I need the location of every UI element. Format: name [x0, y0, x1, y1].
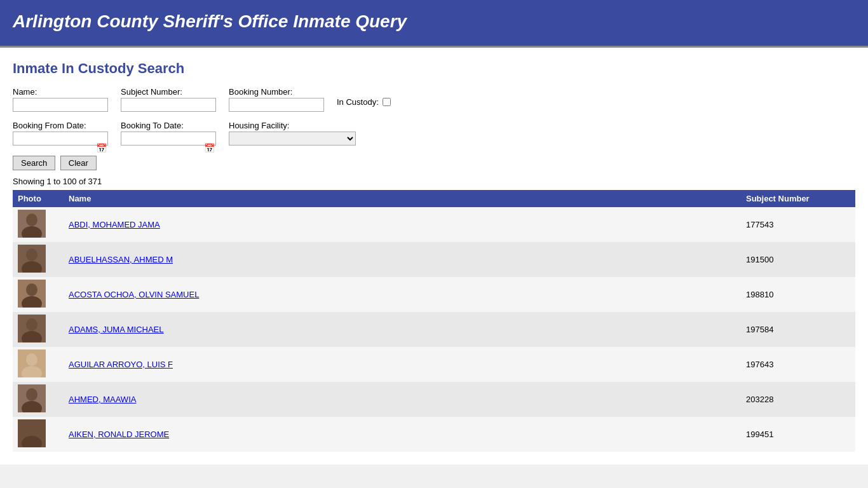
inmate-photo	[18, 419, 46, 447]
inmate-photo	[18, 280, 46, 308]
svg-point-10	[26, 318, 37, 331]
table-row: AIKEN, RONALD JEROME199451	[13, 417, 855, 452]
photo-cell	[13, 312, 64, 347]
inmate-name-cell: AIKEN, RONALD JEROME	[64, 417, 741, 452]
custody-field-group: In Custody:	[337, 87, 391, 107]
booking-input[interactable]	[229, 98, 324, 112]
results-count: Showing 1 to 100 of 371	[13, 177, 855, 186]
booking-field-group: Booking Number:	[229, 87, 324, 112]
subject-input[interactable]	[121, 98, 216, 112]
table-row: ADAMS, JUMA MICHAEL197584	[13, 312, 855, 347]
subject-label: Subject Number:	[121, 87, 216, 97]
name-input[interactable]	[13, 98, 108, 112]
booking-label: Booking Number:	[229, 87, 324, 97]
photo-cell	[13, 207, 64, 242]
search-subtitle: Inmate In Custody Search	[13, 60, 855, 77]
inmate-subject-cell: 177543	[741, 207, 855, 242]
inmate-name-cell: AGUILAR ARROYO, LUIS F	[64, 347, 741, 382]
booking-from-field-group: Booking From Date: 📅	[13, 121, 108, 146]
form-row-1: Name: Subject Number: Booking Number: In…	[13, 87, 855, 116]
photo-cell	[13, 382, 64, 417]
booking-to-input[interactable]	[121, 132, 216, 146]
inmate-name-link[interactable]: ACOSTA OCHOA, OLVIN SAMUEL	[69, 290, 199, 299]
photo-cell	[13, 242, 64, 277]
inmate-name-cell: ABUELHASSAN, AHMED M	[64, 242, 741, 277]
custody-checkbox[interactable]	[383, 98, 391, 106]
inmate-name-link[interactable]: AHMED, MAAWIA	[69, 395, 136, 404]
inmate-photo	[18, 245, 46, 273]
inmate-name-cell: AHMED, MAAWIA	[64, 382, 741, 417]
svg-point-13	[26, 353, 37, 366]
housing-select[interactable]	[229, 132, 356, 146]
col-header-photo: Photo	[13, 190, 64, 207]
table-row: AHMED, MAAWIA203228	[13, 382, 855, 417]
clear-button[interactable]: Clear	[60, 156, 97, 170]
custody-label: In Custody:	[337, 97, 379, 107]
name-field-group: Name:	[13, 87, 108, 112]
inmate-subject-cell: 198810	[741, 277, 855, 312]
page-header: Arlington County Sheriff's Office Inmate…	[0, 0, 868, 48]
photo-cell	[13, 417, 64, 452]
table-row: ACOSTA OCHOA, OLVIN SAMUEL198810	[13, 277, 855, 312]
col-header-name: Name	[64, 190, 741, 207]
booking-from-input[interactable]	[13, 132, 108, 146]
inmate-photo	[18, 384, 46, 412]
inmate-subject-cell: 199451	[741, 417, 855, 452]
inmate-photo	[18, 210, 46, 238]
table-row: AGUILAR ARROYO, LUIS F197643	[13, 347, 855, 382]
table-row: ABUELHASSAN, AHMED M191500	[13, 242, 855, 277]
name-label: Name:	[13, 87, 108, 97]
search-button[interactable]: Search	[13, 156, 55, 170]
photo-cell	[13, 277, 64, 312]
table-row: ABDI, MOHAMED JAMA177543	[13, 207, 855, 242]
svg-point-16	[26, 388, 37, 401]
booking-to-field-group: Booking To Date: 📅	[121, 121, 216, 146]
housing-field-group: Housing Facility:	[229, 121, 356, 146]
inmate-subject-cell: 191500	[741, 242, 855, 277]
housing-label: Housing Facility:	[229, 121, 356, 130]
inmates-table: Photo Name Subject Number ABDI, MOHAMED …	[13, 190, 855, 452]
inmate-name-cell: ACOSTA OCHOA, OLVIN SAMUEL	[64, 277, 741, 312]
col-header-subject: Subject Number	[741, 190, 855, 207]
booking-from-label: Booking From Date:	[13, 121, 108, 130]
inmate-name-cell: ABDI, MOHAMED JAMA	[64, 207, 741, 242]
photo-cell	[13, 347, 64, 382]
search-form: Name: Subject Number: Booking Number: In…	[13, 87, 855, 149]
inmate-name-link[interactable]: AIKEN, RONALD JEROME	[69, 430, 169, 439]
button-row: Search Clear	[13, 156, 855, 170]
calendar-to-icon[interactable]: 📅	[204, 143, 215, 153]
calendar-from-icon[interactable]: 📅	[96, 143, 107, 153]
form-row-2: Booking From Date: 📅 Booking To Date: 📅 …	[13, 121, 855, 149]
inmate-photo	[18, 349, 46, 377]
inmate-name-cell: ADAMS, JUMA MICHAEL	[64, 312, 741, 347]
svg-point-19	[26, 423, 37, 436]
page-title: Arlington County Sheriff's Office Inmate…	[13, 11, 855, 32]
inmate-subject-cell: 203228	[741, 382, 855, 417]
svg-point-4	[26, 248, 37, 261]
table-header-row: Photo Name Subject Number	[13, 190, 855, 207]
inmate-photo	[18, 315, 46, 342]
svg-point-1	[26, 214, 37, 226]
inmate-subject-cell: 197584	[741, 312, 855, 347]
main-content: Inmate In Custody Search Name: Subject N…	[0, 48, 868, 464]
inmate-name-link[interactable]: ABUELHASSAN, AHMED M	[69, 255, 173, 264]
svg-point-7	[26, 283, 37, 296]
subject-field-group: Subject Number:	[121, 87, 216, 112]
inmate-name-link[interactable]: ABDI, MOHAMED JAMA	[69, 220, 160, 229]
inmate-subject-cell: 197643	[741, 347, 855, 382]
inmate-name-link[interactable]: ADAMS, JUMA MICHAEL	[69, 325, 164, 334]
inmate-name-link[interactable]: AGUILAR ARROYO, LUIS F	[69, 360, 173, 369]
booking-to-label: Booking To Date:	[121, 121, 216, 130]
